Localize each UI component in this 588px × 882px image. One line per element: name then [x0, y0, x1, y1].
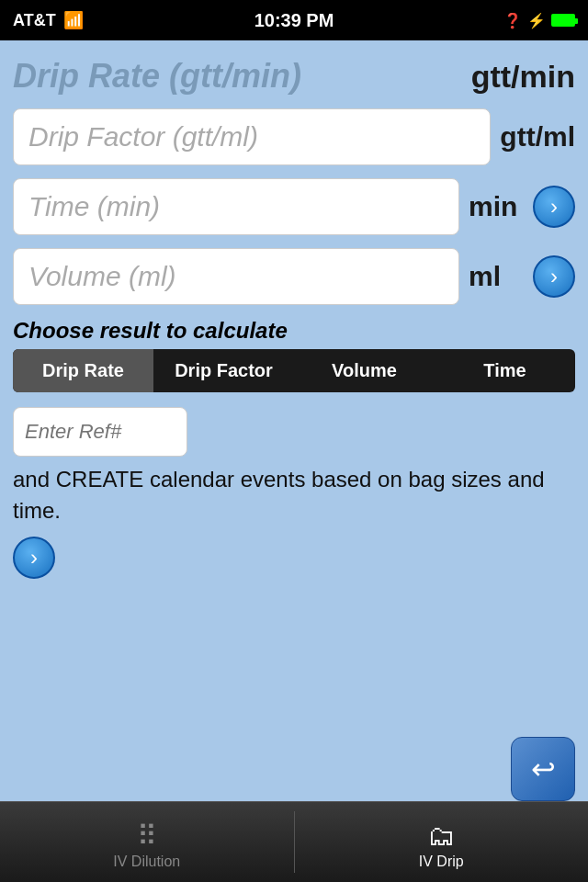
volume-input[interactable] [13, 248, 459, 305]
bluetooth-icon: ⚡ [527, 12, 546, 29]
tab-drip-factor[interactable]: Drip Factor [153, 349, 294, 392]
status-left: AT&T 📶 [13, 10, 84, 30]
share-button[interactable]: ↩ [511, 737, 575, 801]
tab-drip-rate[interactable]: Drip Rate [13, 349, 153, 392]
tab-time[interactable]: Time [435, 349, 575, 392]
volume-unit: ml [469, 261, 524, 292]
battery-icon [551, 14, 575, 27]
question-icon: ❓ [503, 12, 522, 29]
time-input[interactable] [13, 178, 459, 235]
result-tabs: Drip Rate Drip Factor Volume Time [13, 349, 575, 392]
volume-row: ml › [13, 248, 575, 305]
iv-dilution-icon: ⠿ [137, 822, 157, 850]
time-arrow-button[interactable]: › [533, 186, 575, 228]
time-unit: min [469, 191, 524, 222]
status-bar: AT&T 📶 10:39 PM ❓ ⚡ [0, 0, 588, 40]
time-row: min › [13, 178, 575, 235]
ref-row: and CREATE calendar events based on bag … [13, 407, 575, 579]
status-time: 10:39 PM [254, 10, 334, 31]
tab-bar: ⠿ IV Dilution 🗂 IV Drip [0, 801, 588, 882]
drip-factor-input[interactable] [13, 108, 491, 165]
status-right: ❓ ⚡ [503, 12, 575, 29]
ref-arrow-button[interactable]: › [13, 537, 55, 579]
drip-factor-row: gtt/ml [13, 108, 575, 165]
iv-drip-label: IV Drip [419, 854, 464, 870]
ref-input[interactable] [13, 407, 187, 457]
wifi-icon: 📶 [63, 10, 84, 30]
tab-iv-dilution[interactable]: ⠿ IV Dilution [0, 802, 294, 882]
tab-volume[interactable]: Volume [294, 349, 435, 392]
drip-rate-row: Drip Rate (gtt/min) gtt/min [13, 57, 575, 96]
drip-rate-unit: gtt/min [471, 59, 575, 95]
iv-dilution-label: IV Dilution [113, 854, 180, 870]
volume-arrow-button[interactable]: › [533, 255, 575, 298]
tab-iv-drip[interactable]: 🗂 IV Drip [295, 802, 589, 882]
ref-text: and CREATE calendar events based on bag … [13, 464, 575, 526]
drip-rate-label: Drip Rate (gtt/min) [13, 57, 301, 96]
choose-label: Choose result to calculate [13, 318, 575, 344]
drip-factor-unit: gtt/ml [500, 121, 575, 153]
main-content: Drip Rate (gtt/min) gtt/min gtt/ml min ›… [0, 40, 588, 665]
carrier-label: AT&T [13, 11, 56, 30]
iv-drip-icon: 🗂 [427, 822, 455, 850]
